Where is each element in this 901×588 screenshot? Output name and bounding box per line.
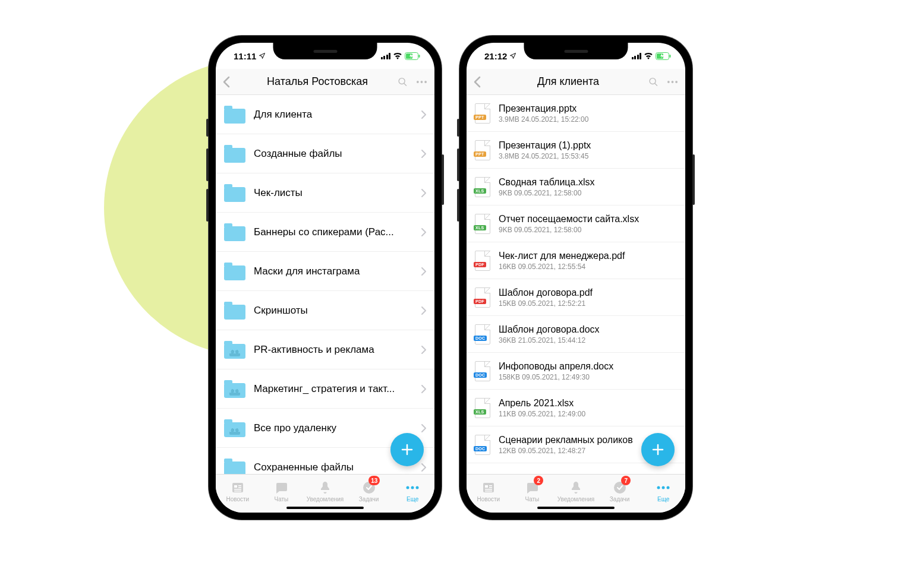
- file-name: Апрель 2021.xlsx: [499, 398, 677, 409]
- folder-icon: [224, 145, 245, 163]
- svg-rect-9: [238, 485, 241, 486]
- folder-row[interactable]: Маркетинг_ стратегия и такт...: [216, 369, 434, 409]
- file-row[interactable]: DOC Инфоповоды апреля.docx 158KB 09.05.2…: [467, 353, 685, 390]
- search-icon[interactable]: [398, 77, 408, 87]
- tab-label: Чаты: [525, 496, 540, 502]
- tab-chats[interactable]: Чаты: [260, 475, 304, 508]
- folder-icon: [224, 106, 245, 124]
- tab-label: Уведомления: [307, 496, 344, 502]
- file-row[interactable]: PDF Шаблон договора.pdf 15KB 09.05.2021,…: [467, 279, 685, 316]
- more-icon: [656, 480, 671, 495]
- svg-rect-27: [489, 487, 492, 488]
- folder-list[interactable]: Для клиента Созданные файлы Чек-листы Ба…: [216, 95, 434, 474]
- battery-icon: [405, 52, 420, 60]
- status-time: 11:11: [234, 51, 256, 61]
- chevron-right-icon: [421, 267, 426, 276]
- svg-point-5: [421, 81, 423, 83]
- file-meta: 11KB 09.05.2021, 12:49:00: [499, 410, 677, 418]
- add-button[interactable]: [390, 433, 424, 466]
- tab-notifications[interactable]: Уведомления: [554, 475, 598, 508]
- folder-name: Скриншоты: [245, 305, 421, 317]
- file-row[interactable]: DOC Шаблон договора.docx 36KB 21.05.2021…: [467, 316, 685, 353]
- more-icon[interactable]: [416, 80, 427, 84]
- folder-icon: [224, 341, 245, 359]
- svg-point-32: [662, 486, 665, 489]
- chevron-right-icon: [421, 463, 426, 472]
- svg-rect-10: [238, 487, 241, 488]
- folder-icon: [224, 302, 245, 320]
- svg-point-22: [672, 81, 674, 83]
- svg-rect-19: [670, 55, 671, 58]
- folder-icon: [224, 184, 245, 202]
- file-list[interactable]: PPT Презентация.pptx 3.9MB 24.05.2021, 1…: [467, 95, 685, 474]
- svg-rect-28: [485, 489, 492, 490]
- file-row[interactable]: XLS Отчет посещаемости сайта.xlsx 9KB 09…: [467, 206, 685, 242]
- tab-badge: 13: [368, 476, 380, 485]
- file-meta: 3.8MB 24.05.2021, 15:53:45: [499, 152, 677, 160]
- tab-tasks[interactable]: Задачи 7: [598, 475, 642, 508]
- folder-row[interactable]: Чек-листы: [216, 173, 434, 213]
- phone-button: [457, 189, 459, 222]
- folder-row[interactable]: Маски для инстаграма: [216, 252, 434, 291]
- svg-rect-29: [485, 491, 492, 492]
- tab-news[interactable]: Новости: [467, 475, 511, 508]
- folder-row[interactable]: Скриншоты: [216, 291, 434, 330]
- file-type-badge: XLS: [474, 188, 486, 194]
- folder-name: Сохраненные файлы: [245, 461, 421, 473]
- folder-name: Чек-листы: [245, 187, 421, 199]
- back-icon[interactable]: [223, 76, 230, 88]
- news-icon: [481, 480, 496, 495]
- notifications-icon: [568, 480, 584, 495]
- file-row[interactable]: XLS Сводная таблица.xlsx 9KB 09.05.2021,…: [467, 169, 685, 206]
- file-row[interactable]: XLS Апрель 2021.xlsx 11KB 09.05.2021, 12…: [467, 390, 685, 426]
- wifi-icon: [393, 52, 402, 59]
- tab-more[interactable]: Еще: [641, 475, 685, 508]
- nav-title: Для клиента: [488, 75, 648, 88]
- file-type-badge: PDF: [474, 262, 486, 267]
- file-type-badge: PPT: [474, 151, 486, 157]
- file-type-badge: DOC: [474, 446, 487, 451]
- tab-chats[interactable]: Чаты 2: [511, 475, 555, 508]
- svg-point-6: [424, 81, 427, 83]
- tab-tasks[interactable]: Задачи 13: [347, 475, 391, 508]
- search-icon[interactable]: [648, 77, 659, 87]
- file-type-badge: XLS: [474, 409, 486, 415]
- folder-row[interactable]: Созданные файлы: [216, 134, 434, 173]
- phone-button: [206, 119, 209, 137]
- tab-news[interactable]: Новости: [216, 475, 260, 508]
- phone-notch: [524, 43, 628, 59]
- file-icon: DOC: [475, 361, 490, 381]
- back-icon[interactable]: [474, 76, 481, 88]
- file-row[interactable]: PDF Чек-лист для менеджера.pdf 16KB 09.0…: [467, 242, 685, 279]
- folder-name: Маркетинг_ стратегия и такт...: [245, 383, 421, 395]
- file-type-badge: PPT: [474, 115, 486, 120]
- wifi-icon: [644, 52, 653, 59]
- signal-icon: [381, 53, 391, 59]
- add-button[interactable]: [641, 433, 675, 466]
- svg-point-33: [667, 486, 670, 489]
- file-icon: XLS: [475, 177, 490, 197]
- file-icon: PPT: [475, 103, 490, 124]
- tab-badge: 7: [621, 476, 631, 485]
- more-icon[interactable]: [667, 80, 678, 84]
- tab-notifications[interactable]: Уведомления: [303, 475, 347, 508]
- phone-button: [442, 154, 444, 205]
- file-row[interactable]: PPT Презентация.pptx 3.9MB 24.05.2021, 1…: [467, 95, 685, 132]
- tab-more[interactable]: Еще: [390, 475, 434, 508]
- file-row[interactable]: PPT Презентация (1).pptx 3.8MB 24.05.202…: [467, 132, 685, 169]
- file-name: Шаблон договора.pdf: [499, 287, 677, 298]
- file-meta: 16KB 09.05.2021, 12:55:54: [499, 263, 677, 271]
- file-type-badge: XLS: [474, 225, 486, 230]
- more-icon: [405, 480, 420, 495]
- home-indicator: [286, 507, 364, 509]
- file-name: Чек-лист для менеджера.pdf: [499, 251, 677, 261]
- svg-point-21: [667, 81, 670, 83]
- folder-row[interactable]: Баннеры со спикерами (Рас...: [216, 213, 434, 252]
- folder-row[interactable]: Для клиента: [216, 95, 434, 134]
- folder-name: Для клиента: [245, 109, 421, 121]
- chevron-right-icon: [421, 346, 426, 354]
- file-type-badge: DOC: [474, 372, 487, 378]
- folder-row[interactable]: PR-активность и реклама: [216, 330, 434, 369]
- phone-button: [206, 189, 209, 222]
- file-name: Презентация.pptx: [499, 103, 677, 114]
